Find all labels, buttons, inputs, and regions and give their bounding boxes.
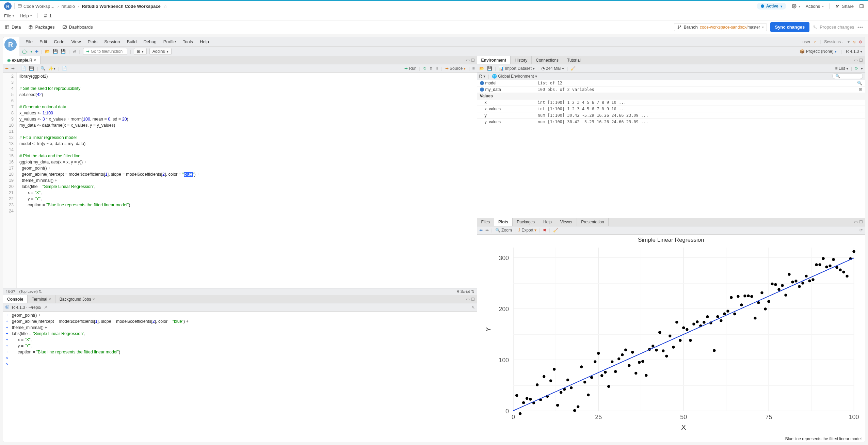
menu-view[interactable]: View [68, 38, 84, 46]
signout-icon[interactable]: ⎋ [853, 39, 855, 44]
env-row[interactable]: y_valuesnum [1:100] 30.42 -5.29 16.26 24… [477, 119, 865, 125]
minimize-icon[interactable]: ▭ [854, 220, 858, 224]
env-row[interactable]: ynum [1:100] 30.42 -5.29 16.26 24.66 23.… [477, 112, 865, 119]
tab-presentation[interactable]: Presentation [577, 218, 608, 226]
zoom-button[interactable]: 🔍 Zoom [495, 228, 512, 233]
tab-console[interactable]: Console [3, 295, 28, 303]
tab-files[interactable]: Files [477, 218, 494, 226]
minimize-icon[interactable]: ▭ [466, 58, 470, 63]
new-project-icon[interactable]: ✚ [35, 49, 38, 54]
table-icon[interactable]: ⊞ [859, 87, 862, 92]
print-icon[interactable]: 🖨 [73, 49, 77, 54]
console[interactable]: + geom_point() ++ geom_abline(intercept … [3, 312, 477, 442]
addins-menu[interactable]: Addins ▾ [149, 48, 172, 55]
tab-viewer[interactable]: Viewer [556, 218, 577, 226]
env-row[interactable]: xint [1:100] 1 2 3 4 5 6 7 8 9 10 ... [477, 99, 865, 106]
new-file-icon[interactable]: ◯＋ ▾ [22, 49, 32, 54]
menu-help[interactable]: Help [196, 38, 212, 46]
stop-icon[interactable]: ⊘ [859, 39, 862, 44]
clear-plots-icon[interactable]: 🧹 [553, 228, 558, 233]
open-icon[interactable]: 📂 [45, 49, 50, 54]
maximize-icon[interactable]: ☐ [859, 220, 863, 224]
close-icon[interactable]: × [92, 297, 95, 302]
save-icon[interactable]: 💾 [53, 49, 58, 54]
fwd-icon[interactable]: ➡ [11, 66, 15, 71]
share-button[interactable]: Share [835, 4, 854, 9]
tab-background-jobs[interactable]: Background Jobs × [55, 295, 99, 303]
export-button[interactable]: ⤴ Export ▾ [518, 228, 536, 233]
sessions-menu[interactable]: Sessions · – ▾ [824, 39, 850, 44]
up-icon[interactable]: ⬆ [429, 66, 433, 71]
env-row[interactable]: model List of 12 🔍 [477, 80, 865, 86]
env-search-input[interactable]: 🔍 [832, 73, 863, 79]
import-dataset[interactable]: 📊 Import Dataset ▾ [499, 66, 535, 71]
panel-toggle-icon[interactable] [859, 4, 864, 9]
search-icon[interactable]: 🔍 [857, 81, 862, 85]
menu-code[interactable]: Code [50, 38, 68, 46]
r-version[interactable]: R 4.1.3 ▾ [846, 49, 862, 54]
rerun-icon[interactable]: ↻ [423, 66, 427, 71]
breadcrumb-item[interactable]: rstudio [62, 4, 75, 9]
wand-icon[interactable]: ✎ [471, 305, 475, 310]
menu-session[interactable]: Session [101, 38, 123, 46]
tab-packages[interactable]: Packages [513, 218, 539, 226]
tab-connections[interactable]: Connections [532, 56, 563, 64]
refresh-icon[interactable]: ⟳ [855, 66, 858, 71]
memory[interactable]: ◔ 244 MiB ▾ [541, 66, 564, 71]
compile-icon[interactable]: 📄 [62, 66, 67, 71]
down-icon[interactable]: ⬇ [435, 66, 439, 71]
tab-history[interactable]: History [511, 56, 532, 64]
goto-file-input[interactable]: ➜ Go to file/function [83, 48, 127, 55]
tab-environment[interactable]: Environment [477, 56, 511, 64]
source-button[interactable]: ➡ Source ▾ [445, 66, 466, 71]
menu-file[interactable]: File▾ [4, 13, 14, 18]
status-active[interactable]: Active ▾ [757, 3, 786, 10]
clear-icon[interactable]: 🧹 [570, 66, 576, 71]
menu-plots[interactable]: Plots [84, 38, 101, 46]
project-menu[interactable]: 📦 Project: (None) ▾ [800, 49, 836, 54]
pane-layout-icon[interactable]: ⊞▾ [134, 48, 147, 55]
tab-tutorial[interactable]: Tutorial [563, 56, 585, 64]
tab-packages[interactable]: Packages [28, 25, 54, 30]
find-icon[interactable]: 🔍 [41, 66, 46, 71]
global-env[interactable]: 🌐 Global Environment ▾ [492, 74, 537, 79]
maximize-icon[interactable]: ☐ [471, 297, 475, 302]
remove-plot-icon[interactable]: ✖ [543, 228, 546, 233]
scope-selector[interactable]: (Top Level) ⇅ [19, 289, 42, 294]
list-view[interactable]: ≡ List ▾ [835, 66, 848, 71]
tab-data[interactable]: Data [5, 25, 21, 30]
show-in-files-icon[interactable]: 📄 [21, 66, 26, 71]
breadcrumb-root[interactable]: Code Worksp… [17, 4, 55, 9]
lang-selector[interactable]: R Script ⇅ [456, 289, 474, 293]
menu-build[interactable]: Build [124, 38, 140, 46]
close-icon[interactable]: × [49, 297, 51, 302]
star-icon[interactable]: ☆ [163, 4, 167, 9]
home-icon[interactable]: ⌂ [814, 39, 816, 44]
run-button[interactable]: ➡ Run [404, 66, 416, 71]
save-all-icon[interactable]: 💾 [61, 49, 66, 54]
sync-button[interactable]: Sync changes [770, 22, 809, 32]
save-icon[interactable]: 💾 [487, 66, 492, 71]
tab-dashboards[interactable]: Dashboards [62, 25, 93, 30]
plot-prev-icon[interactable]: ⬅ [479, 228, 483, 233]
load-icon[interactable]: 📂 [479, 66, 484, 71]
plot-next-icon[interactable]: ➡ [485, 228, 489, 233]
outline-icon[interactable]: ≡ [472, 66, 475, 71]
minimize-icon[interactable]: ▭ [466, 297, 470, 302]
menu-debug[interactable]: Debug [140, 38, 160, 46]
tab-terminal[interactable]: Terminal × [28, 295, 55, 303]
back-icon[interactable]: ⬅ [5, 66, 9, 71]
gear-menu[interactable]: ▾ [792, 4, 800, 9]
env-row[interactable]: x_valuesint [1:100] 1 2 3 4 5 6 7 8 9 10… [477, 106, 865, 112]
env-row[interactable]: my_data 100 obs. of 2 variables ⊞ [477, 86, 865, 93]
menu-profile[interactable]: Profile [160, 38, 179, 46]
wand-icon[interactable]: ✨▾ [48, 66, 55, 71]
users-count[interactable]: 1 [43, 13, 52, 18]
branch-selector[interactable]: Branch code-workspace-sandbox/master ▾ [674, 23, 767, 31]
maximize-icon[interactable]: ☐ [859, 58, 863, 63]
close-icon[interactable]: × [34, 58, 36, 63]
editor-tab[interactable]: ◉ example.R × [3, 56, 41, 64]
code-editor[interactable]: 23456789101112131415161718192021222324 l… [3, 73, 477, 288]
refresh-icon[interactable]: ⟳ [859, 228, 863, 233]
menu-file[interactable]: File [22, 38, 36, 46]
